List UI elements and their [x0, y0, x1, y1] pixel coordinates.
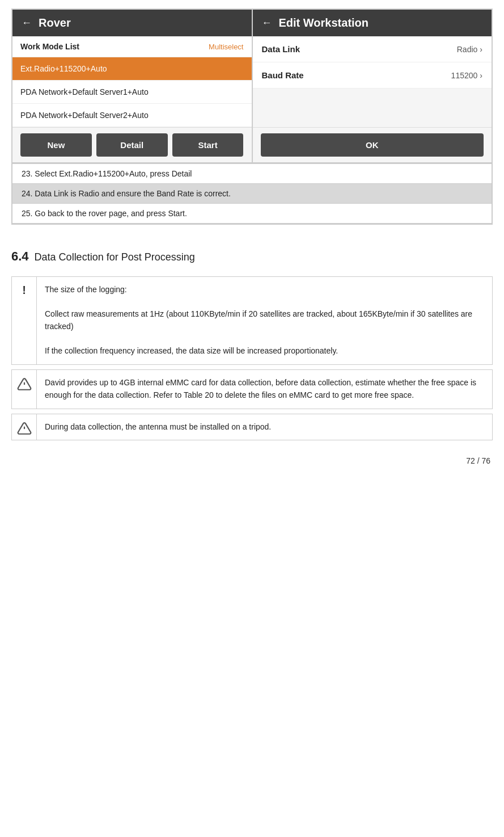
info-box-logging: ! The size of the logging: Collect raw m… — [11, 276, 493, 365]
info-box-emmc: David provides up to 4GB internal eMMC c… — [11, 369, 493, 409]
data-link-label: Data Link — [262, 44, 300, 54]
section-header: 6.4 Data Collection for Post Processing — [0, 233, 504, 272]
data-link-chevron: › — [480, 45, 482, 54]
rover-header: ← Rover — [12, 10, 252, 36]
rover-content: Work Mode List Multiselect Ext.Radio+115… — [12, 36, 252, 162]
info-text-emmc: David provides up to 4GB internal eMMC c… — [37, 370, 492, 408]
section-title: Data Collection for Post Processing — [35, 251, 195, 263]
ws-back-arrow[interactable]: ← — [262, 17, 272, 29]
steps-list: 23. Select Ext.Radio+115200+Auto, press … — [12, 163, 492, 224]
rover-back-arrow[interactable]: ← — [22, 17, 32, 29]
step-24: 24. Data Link is Radio and ensure the Ba… — [12, 184, 492, 204]
work-mode-header: Work Mode List Multiselect — [12, 36, 252, 57]
step-24-number: 24. — [22, 189, 32, 198]
ok-button[interactable]: OK — [261, 133, 484, 157]
step-25-text: Go back to the rover page, and press Sta… — [35, 209, 187, 218]
ws-data-link-row[interactable]: Data Link Radio › — [253, 36, 492, 62]
workstation-screen: ← Edit Workstation Data Link Radio › Bau… — [253, 10, 492, 162]
step-23-text: Select Ext.Radio+115200+Auto, press Deta… — [35, 169, 192, 178]
info-box-antenna: During data collection, the antenna must… — [11, 414, 493, 441]
ws-header: ← Edit Workstation — [253, 10, 492, 36]
step-23-number: 23. — [22, 169, 32, 178]
page-number: 72 / 76 — [0, 445, 504, 471]
exclamation-icon: ! — [12, 277, 37, 364]
baud-rate-value: 115200 › — [451, 71, 482, 80]
info-text-antenna: During data collection, the antenna must… — [37, 414, 492, 440]
step-23: 23. Select Ext.Radio+115200+Auto, press … — [12, 164, 492, 184]
step-25: 25. Go back to the rover page, and press… — [12, 204, 492, 224]
ws-spacer — [253, 89, 492, 127]
new-button[interactable]: New — [20, 133, 92, 157]
work-mode-item-2[interactable]: PDA Network+Default Server2+Auto — [12, 104, 252, 127]
ws-content: Data Link Radio › Baud Rate 115200 › OK — [253, 36, 492, 162]
work-mode-item-1[interactable]: PDA Network+Default Server1+Auto — [12, 81, 252, 104]
rover-title: Rover — [39, 16, 71, 30]
start-button[interactable]: Start — [172, 133, 244, 157]
ws-footer: OK — [253, 127, 492, 162]
step-25-number: 25. — [22, 209, 32, 218]
baud-rate-label: Baud Rate — [262, 70, 304, 80]
rover-screen: ← Rover Work Mode List Multiselect Ext.R… — [12, 10, 253, 162]
ws-title: Edit Workstation — [279, 16, 369, 30]
work-mode-item-0[interactable]: Ext.Radio+115200+Auto — [12, 57, 252, 81]
rover-footer: New Detail Start — [12, 127, 252, 162]
screenshot-panel: ← Rover Work Mode List Multiselect Ext.R… — [11, 9, 493, 225]
warning-triangle-icon-1 — [12, 370, 37, 408]
ws-baud-rate-row[interactable]: Baud Rate 115200 › — [253, 62, 492, 89]
data-link-value: Radio › — [457, 45, 482, 54]
screens-row: ← Rover Work Mode List Multiselect Ext.R… — [12, 10, 492, 163]
step-24-text: Data Link is Radio and ensure the Band R… — [35, 189, 231, 198]
multiselect-button[interactable]: Multiselect — [209, 43, 243, 51]
info-text-logging: The size of the logging: Collect raw mea… — [37, 277, 492, 364]
section-number: 6.4 — [11, 249, 29, 264]
detail-button[interactable]: Detail — [96, 133, 168, 157]
warning-triangle-icon-2 — [12, 414, 37, 440]
baud-rate-chevron: › — [480, 71, 482, 80]
work-mode-label: Work Mode List — [20, 42, 79, 51]
